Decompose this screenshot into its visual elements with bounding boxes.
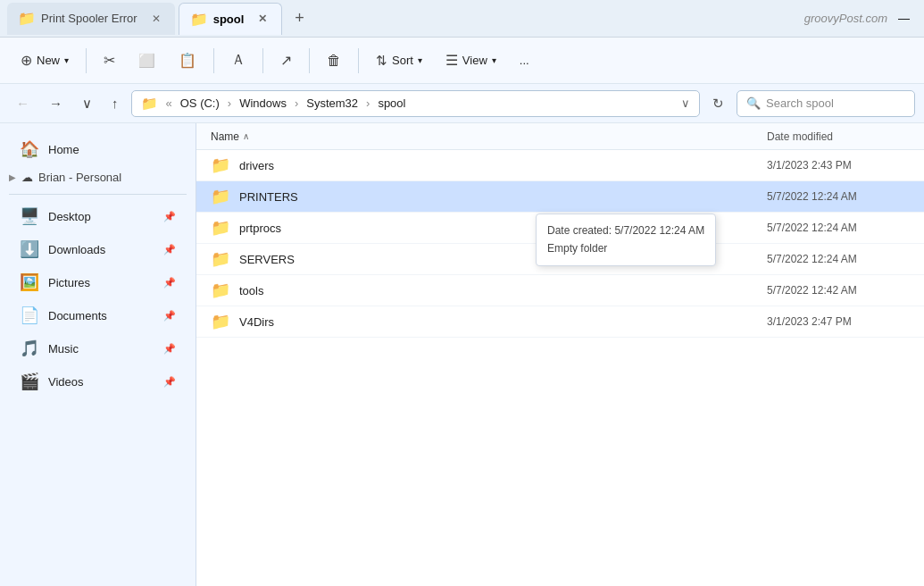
file-date: 3/1/2023 2:47 PM — [767, 315, 910, 328]
search-placeholder: Search spool — [766, 96, 834, 110]
refresh-button[interactable]: ↻ — [705, 92, 731, 115]
sidebar-music-label: Music — [48, 342, 79, 356]
sidebar-desktop-label: Desktop — [48, 210, 91, 223]
title-bar: 📁 Print Spooler Error ✕ 📁 spool ✕ + groo… — [0, 0, 924, 38]
main-area: 🏠 Home ▶ ☁ Brian - Personal 🖥️ Desktop 📌… — [0, 123, 924, 586]
addr-sep3: › — [366, 96, 370, 110]
file-date: 5/7/2022 12:42 AM — [767, 284, 910, 297]
table-row[interactable]: 📁 V4Dirs 3/1/2023 2:47 PM — [196, 306, 924, 338]
toolbar: ⊕ New ▾ ✂ ⬜ 📋 Ａ ↗ 🗑 ⇅ Sort ▾ ☰ View ▾ ..… — [0, 38, 924, 84]
sidebar-item-home[interactable]: 🏠 Home — [5, 133, 190, 165]
file-date: 5/7/2022 12:24 AM — [767, 222, 910, 234]
col-date-label: Date modified — [767, 130, 833, 143]
more-button[interactable]: ... — [510, 47, 539, 73]
pictures-pin-icon: 📌 — [163, 277, 176, 289]
rename-button[interactable]: Ａ — [221, 45, 255, 76]
view-chevron-icon: ▾ — [492, 55, 496, 65]
search-box[interactable]: 🔍 Search spool — [737, 90, 915, 117]
addr-system32: System32 — [306, 96, 358, 110]
addr-windows: Windows — [239, 96, 287, 110]
sidebar-item-music[interactable]: 🎵 Music 📌 — [5, 332, 190, 364]
sidebar-item-documents[interactable]: 📄 Documents 📌 — [5, 299, 190, 331]
downloads-icon: ⬇️ — [20, 239, 39, 259]
file-date: 3/1/2023 2:43 PM — [767, 159, 910, 172]
sep2 — [213, 48, 214, 73]
tab1-close-button[interactable]: ✕ — [148, 11, 164, 27]
file-name: V4Dirs — [239, 315, 767, 329]
back-button[interactable]: ← — [9, 92, 37, 114]
share-button[interactable]: ↗ — [271, 46, 302, 75]
folder-icon: 📁 — [211, 155, 230, 175]
folder-icon: 📁 — [211, 187, 230, 206]
sidebar: 🏠 Home ▶ ☁ Brian - Personal 🖥️ Desktop 📌… — [0, 123, 196, 586]
copy-button[interactable]: ⬜ — [129, 46, 165, 75]
addr-spool: spool — [378, 96, 405, 110]
new-tab-button[interactable]: + — [289, 7, 310, 29]
paste-button[interactable]: 📋 — [169, 46, 206, 75]
addr-separator0: « — [166, 96, 172, 110]
forward-button[interactable]: → — [42, 92, 70, 114]
search-icon: 🔍 — [746, 96, 761, 110]
sidebar-item-videos[interactable]: 🎬 Videos 📌 — [5, 365, 190, 398]
cut-button[interactable]: ✂ — [94, 46, 125, 75]
addr-sep2: › — [295, 96, 298, 110]
downloads-pin-icon: 📌 — [163, 244, 176, 255]
recent-button[interactable]: ∨ — [75, 92, 99, 115]
rename-icon: Ａ — [231, 51, 246, 70]
new-chevron-icon: ▾ — [64, 55, 69, 65]
addr-dropdown-icon[interactable]: ∨ — [681, 96, 690, 110]
home-icon: 🏠 — [20, 139, 39, 159]
sidebar-group-cloud[interactable]: ▶ ☁ Brian - Personal — [0, 166, 196, 188]
documents-pin-icon: 📌 — [163, 310, 176, 322]
tab2-folder-icon: 📁 — [190, 11, 208, 28]
sort-button[interactable]: ⇅ Sort ▾ — [366, 46, 432, 75]
addr-os: OS (C:) — [180, 96, 220, 110]
sep1 — [86, 48, 87, 73]
file-area: Name ∧ Date modified 📁 drivers 3/1/2023 … — [196, 123, 924, 586]
sidebar-item-desktop[interactable]: 🖥️ Desktop 📌 — [5, 200, 190, 232]
table-row[interactable]: 📁 tools 5/7/2022 12:42 AM — [196, 275, 924, 306]
minimize-button[interactable]: — — [891, 10, 917, 27]
videos-icon: 🎬 — [20, 372, 39, 391]
sort-asc-icon: ∧ — [243, 131, 249, 141]
address-bar-row: ← → ∨ ↑ 📁 « OS (C:) › Windows › System32… — [0, 84, 924, 123]
file-tooltip: Date created: 5/7/2022 12:24 AM Empty fo… — [536, 213, 716, 266]
delete-icon: 🗑 — [327, 53, 341, 69]
col-name-header[interactable]: Name ∧ — [211, 130, 767, 143]
more-label: ... — [520, 54, 529, 67]
pictures-icon: 🖼️ — [20, 272, 39, 292]
sort-chevron-icon: ▾ — [418, 55, 422, 65]
paste-icon: 📋 — [179, 52, 196, 69]
sidebar-item-pictures[interactable]: 🖼️ Pictures 📌 — [5, 266, 190, 298]
tab-spool[interactable]: 📁 spool ✕ — [179, 3, 283, 35]
up-button[interactable]: ↑ — [104, 92, 126, 114]
tab-print-spooler-error[interactable]: 📁 Print Spooler Error ✕ — [7, 3, 175, 35]
table-row[interactable]: 📁 PRINTERS 5/7/2022 12:24 AM Date create… — [196, 181, 924, 213]
share-icon: ↗ — [280, 52, 292, 69]
sep3 — [262, 48, 263, 73]
view-button[interactable]: ☰ View ▾ — [436, 46, 506, 75]
cut-icon: ✂ — [104, 52, 115, 69]
new-button[interactable]: ⊕ New ▾ — [11, 46, 79, 75]
desktop-pin-icon: 📌 — [163, 211, 176, 222]
sidebar-item-downloads[interactable]: ⬇️ Downloads 📌 — [5, 233, 190, 265]
tab2-close-button[interactable]: ✕ — [254, 11, 271, 27]
desktop-icon: 🖥️ — [20, 206, 39, 226]
delete-button[interactable]: 🗑 — [317, 46, 351, 75]
file-date: 5/7/2022 12:24 AM — [767, 253, 910, 265]
music-icon: 🎵 — [20, 339, 39, 358]
folder-icon: 📁 — [211, 249, 230, 269]
address-box[interactable]: 📁 « OS (C:) › Windows › System32 › spool… — [131, 90, 701, 117]
table-row[interactable]: 📁 drivers 3/1/2023 2:43 PM — [196, 150, 924, 181]
expand-icon: ▶ — [9, 172, 16, 182]
sidebar-documents-label: Documents — [48, 309, 107, 322]
folder-icon: 📁 — [211, 312, 230, 331]
file-list-header: Name ∧ Date modified — [196, 123, 924, 150]
file-date: 5/7/2022 12:24 AM — [767, 190, 910, 203]
file-name: PRINTERS — [239, 190, 767, 204]
tab2-label: spool — [213, 13, 245, 26]
sidebar-pictures-label: Pictures — [48, 276, 90, 289]
sidebar-home-label: Home — [48, 143, 79, 156]
sort-label: Sort — [392, 54, 413, 67]
col-date-header[interactable]: Date modified — [767, 130, 910, 143]
